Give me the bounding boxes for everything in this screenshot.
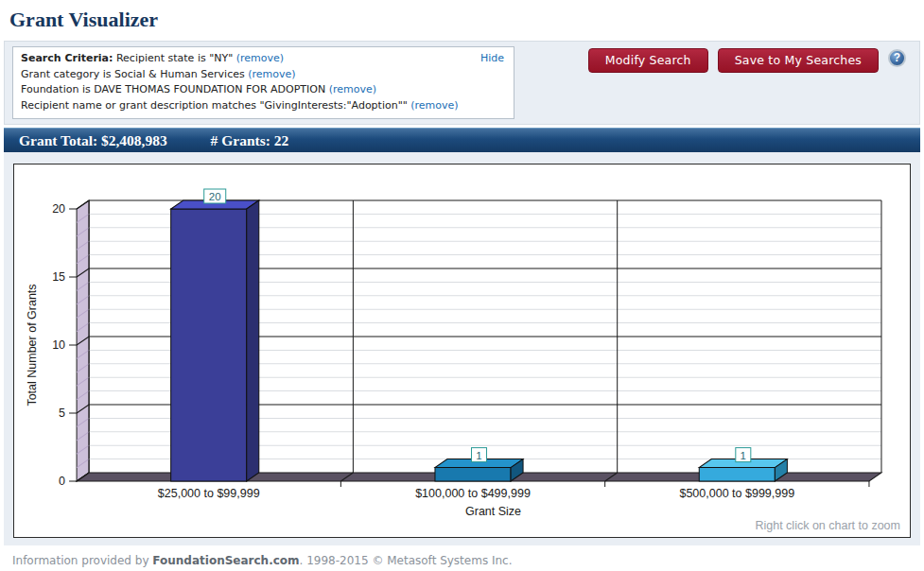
bar-1[interactable] (435, 459, 523, 481)
y-tick-label: 5 (59, 407, 65, 420)
chart-panel: 0510152020$25,000 to $99,9991$100,000 to… (13, 164, 911, 538)
y-tick-label: 15 (52, 270, 65, 284)
summary-bar: Grant Total: $2,408,983 # Grants: 22 (4, 128, 920, 152)
help-icon[interactable]: ? (888, 49, 906, 67)
remove-link[interactable]: (remove) (329, 83, 376, 95)
toolbar-actions: Modify Search Save to My Searches ? (588, 48, 906, 73)
grants-count: # Grants: 22 (211, 132, 289, 148)
y-tick-label: 0 (59, 475, 65, 488)
bar-2[interactable] (699, 459, 787, 481)
save-to-my-searches-button[interactable]: Save to My Searches (718, 48, 879, 73)
search-toolbar: Hide Search Criteria: Recipient state is… (4, 41, 920, 125)
x-category-label: $25,000 to $99,999 (158, 487, 260, 500)
page-header: Grant Visualizer (0, 0, 924, 41)
bar-value-label: 1 (476, 450, 481, 461)
remove-link[interactable]: (remove) (410, 99, 458, 112)
search-criterion: Grant category is Social & Human Service… (21, 67, 506, 83)
search-criteria-box: Hide Search Criteria: Recipient state is… (12, 46, 514, 119)
page-title: Grant Visualizer (9, 8, 915, 32)
y-tick-label: 10 (52, 338, 65, 352)
remove-link[interactable]: (remove) (248, 68, 295, 80)
x-category-label: $500,000 to $999,999 (679, 487, 794, 500)
search-criterion: Foundation is DAVE THOMAS FOUNDATION FOR… (21, 82, 506, 98)
grant-chart-svg[interactable]: 0510152020$25,000 to $99,9991$100,000 to… (14, 164, 910, 537)
modify-search-button[interactable]: Modify Search (588, 48, 708, 73)
grant-total: Grant Total: $2,408,983 (19, 132, 167, 148)
y-tick-label: 20 (52, 202, 65, 216)
remove-link[interactable]: (remove) (236, 52, 284, 64)
footer-brand: FoundationSearch.com (152, 554, 299, 567)
bar-value-label: 1 (741, 450, 746, 461)
bar-value-label: 20 (209, 191, 221, 202)
zoom-hint: Right click on chart to zoom (755, 519, 900, 532)
chart-section: 0510152020$25,000 to $99,9991$100,000 to… (4, 152, 920, 545)
hide-link[interactable]: Hide (480, 51, 504, 67)
search-criteria-label: Search Criteria: (21, 52, 113, 64)
bar-0[interactable] (171, 200, 259, 481)
search-criterion: Recipient name or grant description matc… (21, 98, 506, 114)
y-axis-title: Total Number of Grants (26, 284, 39, 406)
footer: Information provided by FoundationSearch… (0, 545, 924, 567)
x-axis-title: Grant Size (465, 505, 521, 518)
x-category-label: $100,000 to $499,999 (415, 487, 531, 500)
search-criterion: Search Criteria: Recipient state is "NY"… (21, 51, 506, 67)
